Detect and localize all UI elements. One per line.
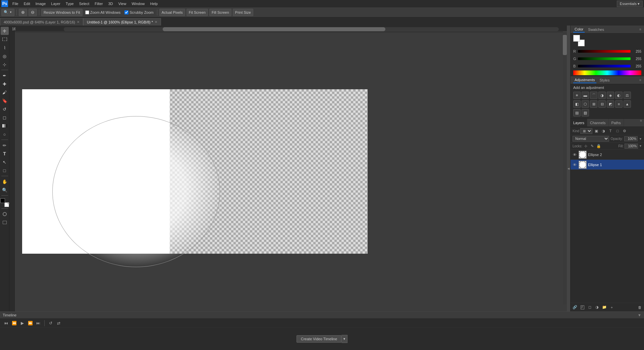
- shape-tool[interactable]: □: [1, 166, 9, 174]
- vertical-scrollbar[interactable]: [563, 32, 567, 305]
- adjustments-collapse[interactable]: ≡: [639, 78, 641, 82]
- text-tool[interactable]: T: [1, 150, 9, 158]
- layers-panel-collapse[interactable]: ≡: [638, 119, 644, 127]
- new-group-btn[interactable]: 📁: [601, 304, 607, 310]
- quick-select-tool[interactable]: ◎: [1, 52, 9, 60]
- scrubby-zoom-label[interactable]: Scrubby Zoom: [123, 10, 155, 14]
- red-value[interactable]: 255: [632, 50, 641, 53]
- new-layer-btn[interactable]: +: [609, 304, 615, 310]
- green-value[interactable]: 255: [632, 57, 641, 61]
- screen-mode-btn[interactable]: [1, 218, 9, 227]
- tab-2-close[interactable]: ✕: [155, 20, 157, 24]
- menu-select[interactable]: Select: [77, 1, 92, 6]
- color-panel-collapse[interactable]: ≡: [639, 28, 641, 31]
- layer-style-btn[interactable]: 🄵: [579, 304, 585, 310]
- path-select-tool[interactable]: ↖: [1, 158, 9, 166]
- dodge-tool[interactable]: ○: [1, 130, 9, 138]
- pen-tool[interactable]: ✏: [1, 141, 9, 149]
- hand-tool[interactable]: ✋: [1, 178, 9, 186]
- menu-layer[interactable]: Layer: [49, 1, 63, 6]
- menu-3d[interactable]: 3D: [106, 1, 115, 6]
- timeline-prev-btn[interactable]: ⏪: [11, 320, 17, 327]
- layer-item-ellipse2[interactable]: 👁 Ellipse 2: [571, 150, 644, 160]
- layer-visibility-ellipse1[interactable]: 👁: [572, 162, 577, 167]
- curves-btn[interactable]: ⌒: [590, 92, 597, 99]
- menu-view[interactable]: View: [116, 1, 129, 6]
- quick-mask-btn[interactable]: [1, 210, 9, 218]
- layer-item-ellipse1[interactable]: 👁 Ellipse 1: [571, 160, 644, 170]
- history-brush-tool[interactable]: ↺: [1, 105, 9, 113]
- threshold-btn[interactable]: ▲: [624, 100, 631, 108]
- link-layers-btn[interactable]: 🔗: [572, 304, 578, 310]
- new-fill-layer-btn[interactable]: ◑: [594, 304, 600, 310]
- eraser-tool[interactable]: ◻: [1, 113, 9, 121]
- brightness-contrast-btn[interactable]: ☀: [573, 92, 581, 99]
- pixel-filter-btn[interactable]: ▣: [593, 128, 599, 134]
- type-filter-btn[interactable]: T: [607, 128, 613, 134]
- resize-windows-button[interactable]: Resize Windows to Fit: [41, 9, 83, 16]
- levels-btn[interactable]: ▬: [582, 92, 589, 99]
- timeline-next-btn[interactable]: ⏩: [27, 320, 34, 327]
- green-slider[interactable]: [578, 57, 631, 60]
- create-video-timeline-btn[interactable]: Create Video Timeline: [297, 335, 341, 343]
- tab-1[interactable]: 4000x6000.psd @ 648% (Layer 1, RGB/16) ✕: [0, 18, 83, 26]
- menu-filter[interactable]: Filter: [92, 1, 105, 6]
- adjustments-tab[interactable]: Adjustments: [573, 77, 596, 83]
- canvas-document[interactable]: [22, 89, 368, 254]
- vibrance-btn[interactable]: ◈: [607, 92, 614, 99]
- add-mask-btn[interactable]: ◻: [587, 304, 593, 310]
- blue-value[interactable]: 255: [632, 64, 641, 68]
- tab-2[interactable]: Untitled-1 @ 1600% (Ellipse 1, RGB/8) * …: [83, 18, 161, 26]
- swatches-tab[interactable]: Swatches: [587, 27, 605, 32]
- timeline-options-btn[interactable]: ⇄: [55, 320, 62, 327]
- selective-color-btn[interactable]: ▧: [582, 109, 589, 116]
- paths-tab[interactable]: Paths: [609, 119, 624, 127]
- channels-tab[interactable]: Channels: [587, 119, 608, 127]
- canvas-container[interactable]: [15, 32, 567, 311]
- timeline-first-btn[interactable]: ⏮: [3, 320, 9, 327]
- menu-type[interactable]: Type: [63, 1, 76, 6]
- opacity-input[interactable]: [624, 136, 638, 141]
- zoom-tool-icon[interactable]: 🔍 ▼: [1, 9, 14, 16]
- blue-slider[interactable]: [578, 65, 631, 67]
- hue-sat-btn[interactable]: ◐: [615, 92, 623, 99]
- timeline-play-btn[interactable]: ▶: [19, 320, 25, 327]
- menu-image[interactable]: Image: [33, 1, 48, 6]
- layers-tab[interactable]: Layers: [571, 119, 587, 127]
- menu-edit[interactable]: Edit: [21, 1, 33, 6]
- lock-all-btn[interactable]: 🔒: [596, 143, 601, 149]
- horizontal-scrollbar-thumb[interactable]: [163, 27, 385, 31]
- fill-screen-button[interactable]: Fill Screen: [209, 9, 231, 16]
- color-balance-btn[interactable]: ⚖: [624, 92, 631, 99]
- smart-filter-btn[interactable]: ⚙: [622, 128, 628, 134]
- black-white-btn[interactable]: ◧: [573, 100, 581, 108]
- color-lookup-btn[interactable]: ⊟: [598, 100, 606, 108]
- menu-help[interactable]: Help: [148, 1, 160, 6]
- lasso-tool[interactable]: ⌇: [1, 44, 9, 52]
- zoom-in-button[interactable]: ⊕: [19, 9, 27, 16]
- foreground-color-swatch[interactable]: [0, 198, 5, 203]
- actual-pixels-button[interactable]: Actual Pixels: [159, 9, 185, 16]
- styles-tab[interactable]: Styles: [598, 78, 611, 83]
- lock-pixels-btn[interactable]: ⊹: [583, 143, 589, 149]
- invert-btn[interactable]: ◩: [607, 100, 614, 108]
- exposure-btn[interactable]: ◑: [598, 92, 606, 99]
- fit-screen-button[interactable]: Fit Screen: [186, 9, 208, 16]
- channel-mixer-btn[interactable]: ⊞: [590, 100, 597, 108]
- posterize-btn[interactable]: ≡: [615, 100, 623, 108]
- fg-color-box[interactable]: [573, 35, 580, 42]
- menu-window[interactable]: Window: [129, 1, 147, 6]
- clone-tool[interactable]: 🔖: [1, 97, 9, 105]
- color-tab[interactable]: Color: [573, 27, 585, 33]
- lock-move-btn[interactable]: ✎: [590, 143, 595, 149]
- zoom-out-button[interactable]: ⊖: [29, 9, 37, 16]
- blend-mode-select[interactable]: Normal: [573, 136, 609, 142]
- move-tool[interactable]: ✛: [1, 27, 9, 35]
- gradient-map-btn[interactable]: ▤: [573, 109, 581, 116]
- fill-arrow[interactable]: ▼: [639, 144, 642, 148]
- timeline-collapse-btn[interactable]: ▼: [638, 313, 641, 317]
- gradient-tool[interactable]: [1, 122, 9, 130]
- horizontal-scrollbar[interactable]: [64, 27, 559, 31]
- fill-input[interactable]: [625, 144, 638, 149]
- tab-1-close[interactable]: ✕: [77, 20, 79, 24]
